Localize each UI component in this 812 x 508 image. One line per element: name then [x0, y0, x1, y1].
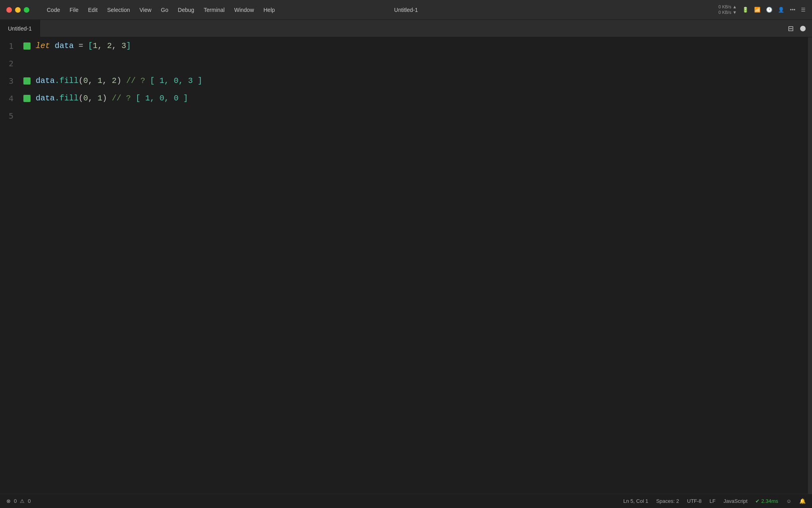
code-token: , [164, 94, 169, 103]
titlebar-right: 0 KB/s ▲0 KB/s ▼ 🔋 📶 🕐 👤 ••• ☰ [718, 4, 806, 15]
system-icons: 0 KB/s ▲0 KB/s ▼ 🔋 📶 🕐 👤 ••• ☰ [718, 4, 806, 15]
window-title: Untitled-1 [394, 7, 418, 13]
close-button[interactable] [6, 7, 12, 13]
line-number: 3 [0, 72, 21, 90]
dot-icon [800, 26, 806, 31]
network-icon: 0 KB/s ▲0 KB/s ▼ [718, 4, 737, 15]
code-token: 2 [107, 76, 117, 85]
code-content: data.fill(0, 1) // ? [ 1, 0, 0 ] [33, 90, 188, 107]
warning-count: 0 [28, 498, 31, 504]
code-token: let [36, 41, 50, 50]
code-token: 3 [183, 76, 197, 85]
code-token: 1 [93, 94, 102, 103]
help-menu[interactable]: Help [264, 7, 275, 13]
code-token: .fill [55, 76, 79, 85]
code-token: , [150, 94, 155, 103]
code-token: 0 [169, 76, 178, 85]
code-token: 0 [83, 94, 88, 103]
file-menu[interactable]: File [69, 7, 79, 13]
code-token: = [79, 41, 83, 50]
tabbar-right: ⊟ [788, 24, 806, 33]
language-mode[interactable]: JavaScript [724, 498, 748, 504]
clock-icon: 🕐 [766, 7, 772, 13]
code-token: , [88, 94, 93, 103]
code-area[interactable]: 1let data = [1, 2, 3]23data.fill(0, 1, 2… [0, 37, 812, 494]
wifi-icon: 📶 [754, 7, 760, 13]
code-line: 1let data = [1, 2, 3] [0, 37, 812, 55]
code-token: 0 [169, 94, 183, 103]
editor: 1let data = [1, 2, 3]23data.fill(0, 1, 2… [0, 37, 812, 494]
terminal-menu[interactable]: Terminal [204, 7, 225, 13]
code-token: .fill [55, 94, 79, 103]
tab-untitled-1[interactable]: Untitled-1 [0, 20, 40, 37]
error-count: 0 [14, 498, 17, 504]
line-number: 4 [0, 90, 21, 107]
indent-type[interactable]: Spaces: 2 [656, 498, 679, 504]
traffic-lights [6, 7, 29, 13]
minimize-button[interactable] [15, 7, 21, 13]
code-line: 4data.fill(0, 1) // ? [ 1, 0, 0 ] [0, 90, 812, 107]
code-token: , [178, 76, 183, 85]
code-token: , [88, 76, 93, 85]
code-token: // ? [107, 94, 136, 103]
code-token: 2 [102, 41, 112, 50]
code-token: 1 [93, 76, 102, 85]
debug-menu[interactable]: Debug [178, 7, 194, 13]
line-indicator [21, 42, 33, 50]
code-token: ] [197, 76, 202, 85]
code-token: data [36, 76, 55, 85]
code-token: data [36, 94, 55, 103]
tabbar: Untitled-1 ⊟ [0, 20, 812, 37]
code-token: ( [79, 94, 83, 103]
statusbar: ⊗ 0 ⚠ 0 Ln 5, Col 1 Spaces: 2 UTF-8 LF J… [0, 494, 812, 508]
menu-bar: Code File Edit Selection View Go Debug T… [37, 7, 275, 13]
cursor-position[interactable]: Ln 5, Col 1 [623, 498, 648, 504]
window-menu[interactable]: Window [234, 7, 254, 13]
code-token: [ [136, 94, 145, 103]
code-token: [ [150, 76, 159, 85]
split-editor-icon[interactable]: ⊟ [788, 24, 794, 33]
warning-icon: ⚠ [20, 498, 25, 504]
green-square-icon [23, 42, 31, 50]
code-token: 1 [93, 41, 98, 50]
code-token: 0 [83, 76, 88, 85]
edit-menu[interactable]: Edit [88, 7, 98, 13]
green-square-icon [23, 77, 31, 85]
code-token: 0 [155, 94, 164, 103]
statusbar-left: ⊗ 0 ⚠ 0 [6, 498, 31, 504]
code-token: ] [183, 94, 188, 103]
code-menu[interactable]: Code [47, 7, 60, 13]
line-number: 5 [0, 107, 21, 125]
titlebar: Code File Edit Selection View Go Debug T… [0, 0, 812, 20]
code-line: 2 [0, 55, 812, 72]
line-indicator [21, 77, 33, 85]
code-token: 1 [159, 76, 164, 85]
error-icon: ⊗ [6, 498, 11, 504]
tab-label: Untitled-1 [8, 25, 32, 32]
eol[interactable]: LF [710, 498, 716, 504]
statusbar-right: Ln 5, Col 1 Spaces: 2 UTF-8 LF JavaScrip… [623, 498, 806, 504]
code-line: 3data.fill(0, 1, 2) // ? [ 1, 0, 3 ] [0, 72, 812, 90]
go-menu[interactable]: Go [161, 7, 169, 13]
battery-icon: 🔋 [742, 7, 749, 13]
timing: ✔ 2.34ms [755, 498, 778, 504]
code-content: let data = [1, 2, 3] [33, 37, 131, 55]
code-token: , [112, 41, 117, 50]
code-token: ) [117, 76, 121, 85]
line-number: 2 [0, 55, 21, 72]
code-line: 5 [0, 107, 812, 125]
code-token: , [164, 76, 169, 85]
line-number: 1 [0, 37, 21, 55]
line-indicator [21, 95, 33, 102]
profile-icon: 👤 [778, 7, 784, 13]
titlebar-left: Code File Edit Selection View Go Debug T… [6, 7, 275, 13]
maximize-button[interactable] [24, 7, 29, 13]
code-token: ] [126, 41, 131, 50]
encoding[interactable]: UTF-8 [687, 498, 702, 504]
code-token: , [102, 76, 107, 85]
scrollbar[interactable] [808, 37, 812, 494]
list-icon: ☰ [801, 7, 806, 13]
more-icon: ••• [790, 7, 795, 13]
selection-menu[interactable]: Selection [107, 7, 130, 13]
view-menu[interactable]: View [140, 7, 151, 13]
